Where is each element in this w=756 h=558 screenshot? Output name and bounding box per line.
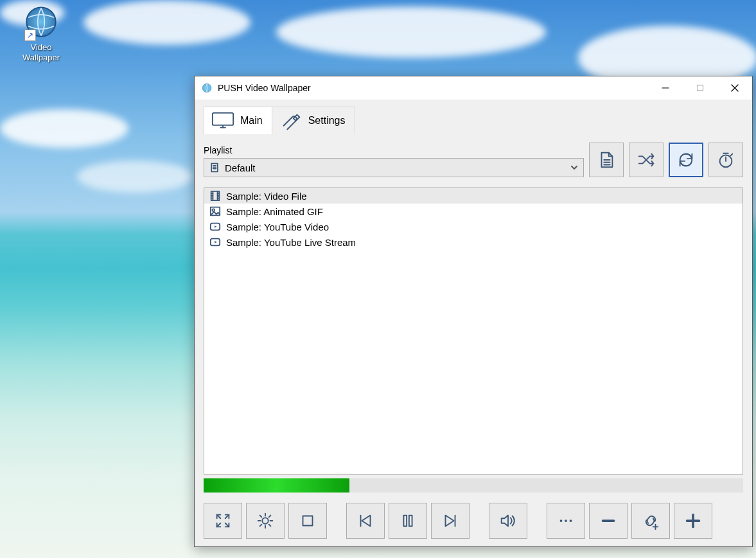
svg-point-49 — [565, 519, 567, 522]
add-button[interactable] — [674, 503, 712, 539]
minimize-button[interactable] — [648, 76, 683, 100]
chevron-down-icon — [570, 162, 578, 173]
previous-button[interactable] — [346, 503, 385, 539]
youtube-icon — [209, 236, 221, 248]
add-url-button[interactable] — [631, 503, 670, 539]
timer-button[interactable] — [708, 143, 743, 177]
list-item-label: Sample: YouTube Live Stream — [226, 237, 356, 248]
svg-point-1 — [202, 83, 211, 92]
cloud — [276, 6, 546, 58]
stop-button[interactable] — [288, 503, 327, 539]
maximize-button[interactable] — [683, 76, 717, 100]
settings-gear-button[interactable] — [246, 503, 285, 539]
svg-marker-32 — [215, 225, 217, 228]
remove-button[interactable] — [589, 503, 628, 539]
playlist-dropdown-value: Default — [225, 162, 565, 173]
svg-line-19 — [731, 154, 733, 156]
svg-rect-6 — [213, 113, 233, 125]
tab-settings[interactable]: Settings — [272, 107, 355, 134]
new-playlist-button[interactable] — [589, 143, 624, 177]
close-button[interactable] — [717, 76, 752, 100]
list-item-label: Sample: Animated GIF — [226, 206, 323, 217]
youtube-icon — [209, 221, 221, 232]
svg-marker-47 — [502, 516, 508, 527]
tools-icon — [279, 111, 303, 130]
document-icon — [209, 162, 220, 173]
shuffle-button[interactable] — [629, 143, 664, 177]
svg-point-39 — [262, 518, 268, 523]
main-panel: Playlist Default — [204, 134, 743, 539]
next-button[interactable] — [431, 503, 470, 539]
shortcut-overlay-icon: ↗ — [24, 30, 36, 41]
image-file-icon — [209, 205, 221, 217]
app-window: PUSH Video Wallpaper Main Settings — [194, 76, 753, 547]
repeat-button[interactable] — [669, 143, 703, 177]
playlist-label: Playlist — [204, 145, 584, 155]
tab-main[interactable]: Main — [204, 107, 272, 134]
cloud — [84, 0, 251, 45]
video-file-icon — [209, 190, 221, 202]
volume-button[interactable] — [489, 503, 527, 539]
tab-settings-label: Settings — [308, 115, 346, 126]
svg-marker-42 — [362, 516, 370, 527]
svg-rect-40 — [303, 516, 313, 526]
monitor-icon — [211, 111, 235, 130]
svg-point-50 — [570, 519, 572, 522]
client-area: Main Settings Playlist — [195, 100, 752, 546]
svg-point-30 — [213, 209, 215, 211]
progress-bar[interactable] — [204, 478, 743, 493]
window-title: PUSH Video Wallpaper — [218, 83, 648, 93]
list-item[interactable]: Sample: YouTube Video — [204, 219, 743, 234]
list-item[interactable]: Sample: YouTube Live Stream — [204, 234, 743, 250]
tab-main-label: Main — [240, 115, 263, 126]
list-item-label: Sample: Video File — [226, 191, 307, 202]
svg-rect-3 — [698, 85, 703, 91]
svg-point-48 — [560, 519, 563, 522]
pause-button[interactable] — [389, 503, 427, 539]
playback-toolbar — [204, 503, 743, 539]
app-icon: ↗ — [22, 3, 60, 41]
tab-bar: Main Settings — [204, 107, 743, 134]
desktop-shortcut-video-wallpaper[interactable]: ↗ Video Wallpaper — [14, 3, 68, 62]
list-item[interactable]: Sample: Video File — [204, 188, 743, 204]
more-button[interactable] — [547, 503, 585, 539]
titlebar[interactable]: PUSH Video Wallpaper — [195, 76, 752, 100]
playlist-listbox[interactable]: Sample: Video File Sample: Animated GIF … — [204, 187, 743, 475]
fullscreen-button[interactable] — [204, 503, 242, 539]
cloud — [77, 161, 193, 193]
progress-fill — [204, 478, 349, 493]
svg-marker-46 — [446, 516, 454, 527]
svg-rect-43 — [403, 516, 407, 527]
desktop-shortcut-label: Video Wallpaper — [14, 42, 68, 62]
list-item-label: Sample: YouTube Video — [226, 222, 329, 232]
titlebar-app-icon — [201, 82, 213, 94]
list-item[interactable]: Sample: Animated GIF — [204, 204, 743, 219]
svg-rect-44 — [409, 516, 412, 527]
playlist-dropdown[interactable]: Default — [204, 158, 584, 177]
svg-marker-34 — [215, 241, 217, 243]
cloud — [0, 109, 128, 148]
